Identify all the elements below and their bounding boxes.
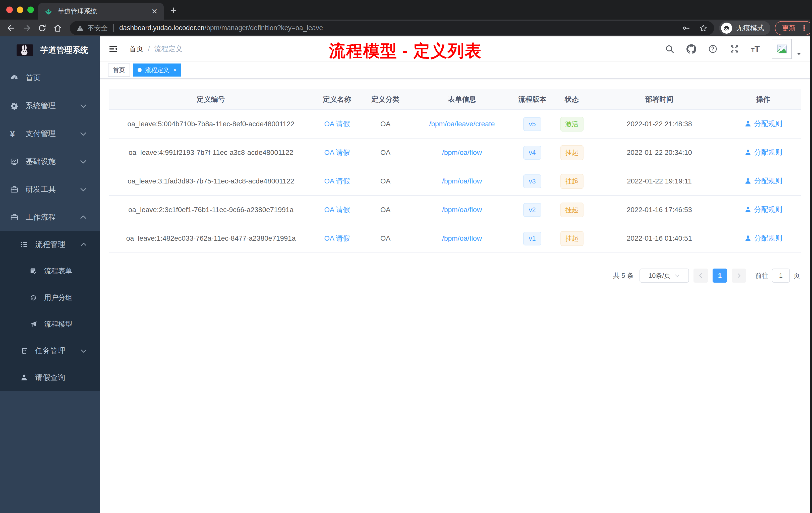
assign-rule-button[interactable]: 分配规则 — [744, 176, 782, 186]
browser-update-button[interactable]: 更新 ⋮ — [775, 21, 812, 35]
status-badge: 激活 — [560, 117, 583, 131]
select-caret-icon — [674, 273, 680, 279]
avatar[interactable] — [772, 39, 792, 59]
cell-status: 挂起 — [550, 138, 594, 167]
table-row: oa_leave:5:004b710b-7b8a-11ec-8ef0-acde4… — [109, 110, 801, 138]
font-size-icon[interactable]: TT — [751, 45, 760, 53]
form-link[interactable]: /bpm/oa/flow — [442, 234, 482, 242]
table-header-row: 定义编号定义名称定义分类表单信息流程版本状态部署时间操作 — [109, 89, 801, 110]
prev-page-button[interactable] — [694, 269, 708, 282]
sidebar-item-user-group[interactable]: 用户分组 — [0, 284, 100, 311]
column-header: 定义编号 — [109, 89, 313, 110]
breadcrumb: 首页 / 流程定义 — [129, 44, 182, 54]
cell-deploy-time: 2022-01-16 17:46:53 — [594, 195, 725, 224]
not-secure-icon — [76, 24, 84, 32]
logo-avatar — [17, 44, 33, 56]
cell-definition-id: oa_leave:5:004b710b-7b8a-11ec-8ef0-acde4… — [109, 110, 313, 138]
bookmark-star-icon[interactable] — [699, 24, 707, 32]
user-icon — [744, 149, 752, 156]
tag-process-definition[interactable]: 流程定义 × — [133, 63, 181, 77]
sidebar-logo-row[interactable]: 芋道管理系统 — [0, 36, 100, 64]
sidebar-item-system[interactable]: 系统管理 — [0, 92, 100, 120]
page-number-button[interactable]: 1 — [713, 269, 727, 282]
definition-name-link[interactable]: OA 请假 — [324, 177, 350, 185]
page-size-select[interactable]: 10条/页 — [639, 269, 689, 282]
assign-rule-button[interactable]: 分配规则 — [744, 205, 782, 214]
group-icon — [30, 294, 37, 301]
cell-form-info: /bpm/oa/flow — [409, 224, 515, 253]
form-link[interactable]: /bpm/oa/flow — [442, 206, 482, 214]
prev-icon — [697, 272, 704, 279]
cell-definition-id: oa_leave:2:3c1f0ef1-76b1-11ec-9c66-a2380… — [109, 195, 313, 224]
cell-definition-name: OA 请假 — [313, 224, 361, 253]
incognito-label: 无痕模式 — [736, 23, 764, 33]
definition-name-link[interactable]: OA 请假 — [324, 206, 350, 214]
definition-name-link[interactable]: OA 请假 — [324, 120, 350, 128]
form-link[interactable]: /bpm/oa/leave/create — [429, 120, 495, 128]
sidebar-item-payment[interactable]: ¥ 支付管理 — [0, 120, 100, 148]
sidebar-item-infra[interactable]: 基础设施 — [0, 148, 100, 175]
cell-version: v1 — [515, 224, 550, 253]
cell-form-info: /bpm/oa/flow — [409, 138, 515, 167]
browser-toolbar: 不安全 dashboard.yudao.iocoder.cn /bpm/mana… — [0, 20, 812, 36]
new-tab-button[interactable]: + — [170, 4, 177, 17]
user-icon — [744, 234, 752, 242]
sidebar-item-process-model[interactable]: 流程模型 — [0, 311, 100, 338]
github-icon[interactable] — [687, 44, 696, 54]
column-header: 表单信息 — [409, 89, 515, 110]
collapse-sidebar-icon[interactable] — [108, 44, 118, 54]
tab-close-icon[interactable]: ✕ — [151, 7, 158, 16]
breadcrumb-home[interactable]: 首页 — [129, 44, 143, 54]
status-badge: 挂起 — [560, 174, 583, 189]
sidebar-item-task-mgmt[interactable]: 任务管理 — [0, 338, 100, 364]
cell-definition-id: oa_leave:3:1fad3d93-7b75-11ec-a3c8-acde4… — [109, 167, 313, 195]
password-key-icon[interactable] — [682, 24, 691, 32]
definition-name-link[interactable]: OA 请假 — [324, 149, 350, 156]
tab-title: 芋道管理系统 — [58, 7, 148, 16]
sidebar-item-process-form[interactable]: 流程表单 — [0, 258, 100, 284]
definition-name-link[interactable]: OA 请假 — [324, 234, 350, 242]
sidebar-item-process-mgmt[interactable]: 流程管理 — [0, 231, 100, 258]
sidebar-item-workflow[interactable]: 工作流程 — [0, 203, 100, 231]
forward-icon[interactable] — [22, 24, 31, 33]
cell-definition-name: OA 请假 — [313, 138, 361, 167]
column-header: 操作 — [725, 89, 801, 110]
form-link[interactable]: /bpm/oa/flow — [442, 149, 482, 156]
assign-rule-button[interactable]: 分配规则 — [744, 148, 782, 157]
search-icon[interactable] — [665, 44, 674, 54]
browser-menu-icon[interactable]: ⋮ — [801, 24, 808, 32]
next-page-button[interactable] — [732, 269, 746, 282]
assign-rule-button[interactable]: 分配规则 — [744, 233, 782, 243]
address-bar[interactable]: 不安全 dashboard.yudao.iocoder.cn /bpm/mana… — [70, 21, 714, 35]
cell-deploy-time: 2022-01-16 01:40:51 — [594, 224, 725, 253]
tag-home[interactable]: 首页 — [108, 63, 130, 77]
zoom-window-button[interactable] — [27, 6, 34, 13]
sidebar: 芋道管理系统 首页 系统管理 ¥ 支付管理 基础设施 研发工具 工作流程 流程管… — [0, 36, 100, 513]
sidebar-item-leave-query[interactable]: 请假查询 — [0, 364, 100, 391]
goto-page-input[interactable] — [772, 269, 790, 282]
form-link[interactable]: /bpm/oa/flow — [442, 177, 482, 185]
cell-definition-name: OA 请假 — [313, 110, 361, 138]
not-secure-label: 不安全 — [87, 24, 108, 33]
cell-category: OA — [361, 110, 409, 138]
help-icon[interactable] — [708, 44, 718, 54]
fullscreen-icon[interactable] — [730, 44, 739, 54]
toolbox-icon — [10, 185, 19, 194]
app-title: 芋道管理系统 — [40, 45, 88, 56]
close-window-button[interactable] — [6, 6, 13, 13]
home-icon[interactable] — [53, 24, 62, 33]
goto-label: 前往 — [755, 271, 768, 280]
reload-icon[interactable] — [38, 24, 47, 33]
dashboard-icon — [10, 74, 19, 82]
browser-tab[interactable]: 芋道管理系统 ✕ — [38, 3, 164, 20]
chevron-down-icon — [80, 347, 88, 355]
minimize-window-button[interactable] — [17, 6, 23, 13]
avatar-caret-icon[interactable] — [796, 51, 802, 57]
tag-close-icon[interactable]: × — [173, 67, 176, 73]
sidebar-item-devtools[interactable]: 研发工具 — [0, 175, 100, 203]
back-icon[interactable] — [6, 24, 16, 33]
version-badge: v5 — [523, 117, 541, 131]
assign-rule-button[interactable]: 分配规则 — [744, 119, 782, 128]
annotation: 流程模型 - 定义列表 — [329, 40, 482, 62]
sidebar-item-home[interactable]: 首页 — [0, 64, 100, 92]
